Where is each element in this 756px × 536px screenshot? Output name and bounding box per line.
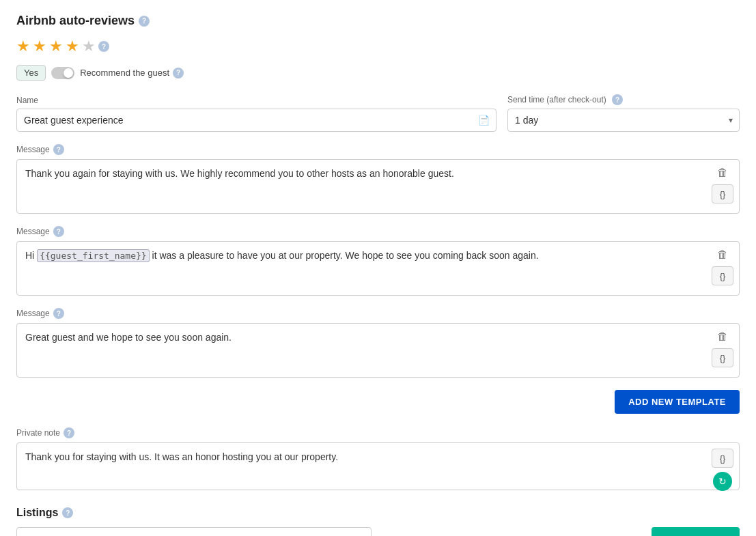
title-text: Airbnb auto-reviews [16,14,135,28]
star-rating[interactable]: ★ ★ ★ ★ ★ ? [16,38,740,55]
message-label-2: Message ? [16,226,740,237]
listings-title: Listings ? [16,507,740,519]
page-title: Airbnb auto-reviews ? [16,14,740,28]
yes-badge: Yes [16,65,46,81]
name-group: Name 📄 [16,96,496,132]
toggle-knob [64,68,73,78]
message-box-2: Hi {{guest_first_name}} it was a pleasur… [16,241,740,296]
message-label-1: Message ? [16,144,740,155]
delete-button-2[interactable]: 🗑 [716,247,729,262]
private-note-refresh-button[interactable]: ↻ [713,472,732,491]
message-2-info-icon[interactable]: ? [53,226,64,237]
name-input-icon: 📄 [478,115,490,126]
star-2[interactable]: ★ [33,38,46,55]
private-note-curly-button[interactable]: {} [712,449,733,468]
message-actions-1: 🗑 {} [712,165,733,203]
private-note-actions: {} ↻ [712,449,733,491]
curly-button-2[interactable]: {} [712,266,733,285]
message-box-1: Thank you again for staying with us. We … [16,159,740,214]
message-section-3: Message ? Great guest and we hope to see… [16,308,740,378]
private-note-info-icon[interactable]: ? [64,427,74,438]
listings-row: SELECT ALL [16,527,740,536]
message-1-info-icon[interactable]: ? [53,144,64,155]
stars-info-icon[interactable]: ? [98,41,109,52]
private-note-text: Thank you for staying with us. It was an… [25,451,338,462]
name-sendtime-row: Name 📄 Send time (after check-out) ? 1 d… [16,94,740,132]
message-section-1: Message ? Thank you again for staying wi… [16,144,740,214]
star-3[interactable]: ★ [49,38,63,55]
message-actions-3: 🗑 {} [712,329,733,367]
name-input[interactable] [16,109,496,132]
star-5[interactable]: ★ [82,38,96,55]
name-label: Name [16,96,496,105]
guest-first-name-tag: {{guest_first_name}} [37,249,150,262]
delete-button-1[interactable]: 🗑 [716,165,729,180]
send-time-group: Send time (after check-out) ? 1 day 2 da… [507,94,740,132]
name-input-wrapper: 📄 [16,109,496,132]
recommend-row: Yes Recommend the guest ? [16,65,740,81]
message-section-2: Message ? Hi {{guest_first_name}} it was… [16,226,740,296]
curly-button-3[interactable]: {} [712,348,733,367]
message-text-2-prefix: Hi [25,250,37,261]
send-time-select[interactable]: 1 day 2 days 3 days 5 days 7 days [507,109,740,132]
message-text-1: Thank you again for staying with us. We … [25,168,454,179]
send-time-select-wrapper: 1 day 2 days 3 days 5 days 7 days ▾ [507,109,740,132]
recommend-info-icon[interactable]: ? [173,68,184,79]
message-3-info-icon[interactable]: ? [53,308,64,319]
recommend-label: Recommend the guest ? [80,68,184,79]
star-4[interactable]: ★ [66,38,79,55]
listings-info-icon[interactable]: ? [62,507,73,518]
private-note-box: Thank you for staying with us. It was an… [16,442,740,490]
listings-search-input[interactable] [16,527,372,536]
private-note-section: Private note ? Thank you for staying wit… [16,427,740,490]
delete-button-3[interactable]: 🗑 [716,329,729,344]
send-time-label: Send time (after check-out) ? [507,94,740,105]
add-template-button[interactable]: ADD NEW TEMPLATE [615,390,740,414]
star-1[interactable]: ★ [16,38,30,55]
add-template-wrapper: ADD NEW TEMPLATE [16,390,740,414]
message-box-3: Great guest and we hope to see you soon … [16,323,740,378]
listings-section: Listings ? SELECT ALL [16,507,740,536]
select-all-button[interactable]: SELECT ALL [652,527,740,536]
message-text-3: Great guest and we hope to see you soon … [25,332,232,343]
curly-button-1[interactable]: {} [712,184,733,203]
message-actions-2: 🗑 {} [712,247,733,285]
title-info-icon[interactable]: ? [139,16,150,27]
send-time-info-icon[interactable]: ? [612,94,623,105]
recommend-toggle[interactable] [51,67,74,79]
message-text-2-suffix: it was a pleasure to have you at our pro… [150,250,539,261]
private-note-label: Private note ? [16,427,740,438]
message-label-3: Message ? [16,308,740,319]
